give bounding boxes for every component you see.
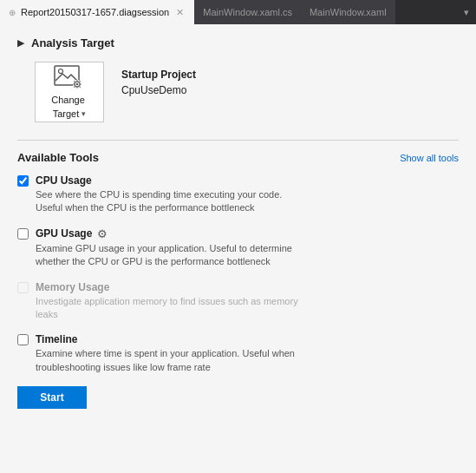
start-button[interactable]: Start	[17, 386, 87, 409]
timeline-description: Examine where time is spent in your appl…	[36, 347, 459, 374]
memory-usage-checkbox	[17, 282, 29, 293]
analysis-target-title: Analysis Target	[31, 36, 114, 49]
cpu-usage-description: See where the CPU is spending time execu…	[36, 188, 459, 215]
timeline-content: Timeline Examine where time is spent in …	[36, 333, 459, 374]
memory-usage-name-row: Memory Usage	[36, 281, 459, 293]
gpu-usage-name: GPU Usage	[36, 227, 92, 240]
tab-mainwindow-xaml[interactable]: MainWindow.xaml	[301, 0, 395, 24]
analysis-target-box: Change Target ▾ Startup Project CpuUseDe…	[35, 62, 459, 122]
tab-label: MainWindow.xaml	[310, 7, 387, 17]
tab-overflow-button[interactable]: ▾	[457, 0, 476, 24]
change-target-button[interactable]: Change Target ▾	[35, 62, 104, 122]
svg-point-4	[76, 83, 78, 85]
gpu-usage-checkbox[interactable]	[17, 228, 29, 240]
change-target-label-row: Change	[51, 95, 88, 105]
svg-point-1	[59, 69, 63, 74]
cpu-usage-content: CPU Usage See where the CPU is spending …	[36, 174, 459, 215]
tab-diagsession[interactable]: ⊕ Report20150317-1657.diagsession ✕	[0, 0, 194, 24]
tool-item-timeline: Timeline Examine where time is spent in …	[17, 333, 459, 374]
available-tools-header: Available Tools Show all tools	[17, 151, 459, 164]
change-label: Change	[51, 95, 85, 105]
svg-line-11	[80, 81, 81, 82]
change-target-icon	[54, 65, 85, 91]
cpu-usage-name: CPU Usage	[36, 174, 92, 187]
cpu-usage-name-row: CPU Usage	[36, 174, 459, 187]
pin-icon: ⊕	[9, 8, 16, 17]
section-divider	[17, 140, 459, 141]
main-panel: ▶ Analysis Target	[0, 24, 476, 473]
memory-usage-description: Investigate application memory to find i…	[36, 295, 459, 322]
cpu-usage-checkbox-wrap	[17, 175, 29, 189]
start-button-wrap: Start	[17, 386, 459, 409]
gpu-usage-checkbox-wrap	[17, 228, 29, 242]
image-gear-icon	[54, 65, 85, 91]
svg-line-9	[74, 81, 75, 82]
tool-item-gpu-usage: GPU Usage ⚙ Examine GPU usage in your ap…	[17, 227, 459, 269]
tab-bar: ⊕ Report20150317-1657.diagsession ✕ Main…	[0, 0, 476, 24]
timeline-name-row: Timeline	[36, 333, 459, 345]
tab-overflow-icon: ▾	[464, 7, 469, 18]
gpu-usage-content: GPU Usage ⚙ Examine GPU usage in your ap…	[36, 227, 459, 269]
tab-close-diagsession[interactable]: ✕	[174, 6, 186, 19]
memory-usage-name: Memory Usage	[36, 281, 109, 293]
target-label-row: Target ▾	[53, 108, 87, 119]
show-all-tools-link[interactable]: Show all tools	[400, 153, 459, 163]
target-dropdown-arrow-icon: ▾	[82, 109, 86, 118]
tool-item-cpu-usage: CPU Usage See where the CPU is spending …	[17, 174, 459, 215]
gpu-usage-settings-icon[interactable]: ⚙	[97, 227, 108, 240]
timeline-name: Timeline	[36, 333, 77, 345]
svg-line-10	[80, 87, 81, 88]
memory-usage-checkbox-wrap	[17, 282, 29, 296]
memory-usage-content: Memory Usage Investigate application mem…	[36, 281, 459, 322]
available-tools-title: Available Tools	[17, 151, 99, 164]
target-label: Target	[53, 108, 80, 119]
section-arrow-icon[interactable]: ▶	[17, 37, 24, 49]
tab-mainwindow-cs[interactable]: MainWindow.xaml.cs	[194, 0, 301, 24]
gpu-usage-name-row: GPU Usage ⚙	[36, 227, 459, 240]
startup-info: Startup Project CpuUseDemo	[121, 62, 196, 96]
svg-line-12	[74, 87, 75, 88]
timeline-checkbox-wrap	[17, 334, 29, 348]
analysis-target-section-header: ▶ Analysis Target	[17, 36, 459, 49]
gpu-usage-description: Examine GPU usage in your application. U…	[36, 242, 459, 269]
cpu-usage-checkbox[interactable]	[17, 175, 29, 187]
timeline-checkbox[interactable]	[17, 334, 29, 345]
startup-project-label: Startup Project	[121, 69, 196, 81]
tab-label: MainWindow.xaml.cs	[203, 7, 292, 17]
tab-label: Report20150317-1657.diagsession	[21, 7, 169, 17]
tool-item-memory-usage: Memory Usage Investigate application mem…	[17, 281, 459, 322]
startup-project-value: CpuUseDemo	[121, 84, 196, 96]
